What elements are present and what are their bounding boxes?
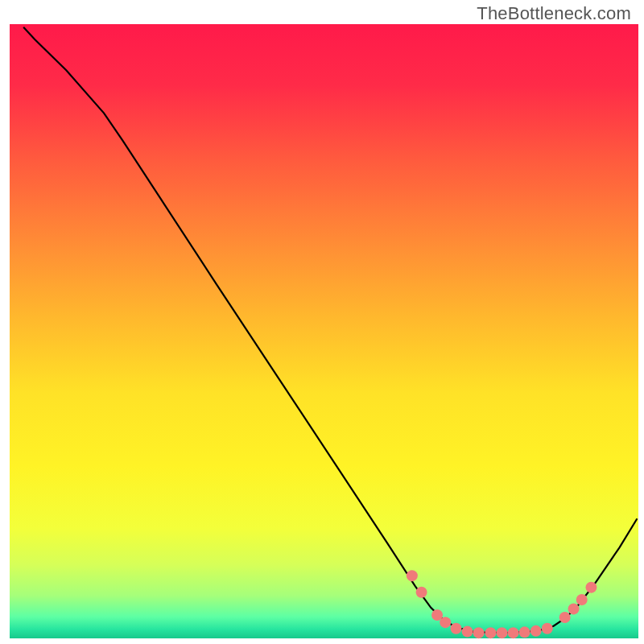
- bottleneck-chart: TheBottleneck.com: [0, 0, 644, 644]
- curve-marker: [559, 612, 571, 623]
- curve-marker: [576, 594, 588, 605]
- curve-marker: [416, 587, 427, 598]
- curve-marker: [585, 582, 597, 593]
- curve-marker: [407, 570, 418, 581]
- curve-marker: [440, 617, 451, 628]
- curve-marker: [462, 626, 473, 638]
- curve-marker: [530, 625, 542, 637]
- curve-marker: [542, 623, 553, 634]
- chart-svg: [0, 0, 644, 644]
- curve-marker: [568, 603, 580, 614]
- curve-marker: [473, 627, 485, 638]
- curve-marker: [497, 627, 508, 638]
- curve-marker: [508, 627, 519, 638]
- curve-marker: [485, 627, 496, 638]
- plot-background: [10, 24, 638, 638]
- curve-marker: [519, 626, 530, 638]
- watermark-text: TheBottleneck.com: [477, 3, 631, 24]
- curve-marker: [451, 623, 462, 634]
